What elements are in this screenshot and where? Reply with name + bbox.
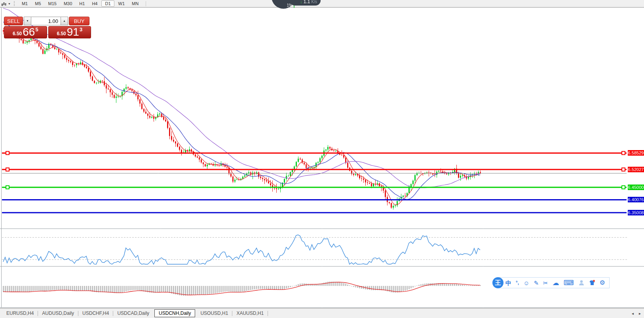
mt4-window: ▼ M1 M5 M15 M30 H1 H4 D1 W1 MN SELL ▾ ▴ … bbox=[0, 0, 644, 318]
sell-price-pip: 5 bbox=[35, 27, 38, 32]
price-label: 6.35008 bbox=[628, 210, 644, 215]
tf-button-d1[interactable]: D1 bbox=[101, 0, 114, 7]
chart-tab-bar: EURUSD,H4 AUDUSD,Daily USDCHF,H4 USDCAD,… bbox=[0, 308, 644, 318]
price-label: 6.52027 bbox=[628, 167, 644, 172]
ime-logo[interactable]: 王 bbox=[492, 277, 503, 288]
download-arrow-icon: ↓ bbox=[300, 0, 302, 4]
punctuation-icon[interactable]: °, bbox=[516, 280, 519, 285]
buy-price-big: 91 bbox=[67, 27, 79, 37]
toolbar-grip bbox=[14, 1, 15, 6]
user-icon[interactable] bbox=[578, 280, 585, 286]
chinese-mode-icon[interactable]: 中 bbox=[505, 280, 511, 286]
net-speed-widget[interactable]: 1% ↓ 1.1 K/s bbox=[272, 0, 323, 10]
sell-price-button[interactable]: 6.50 66 5 bbox=[4, 26, 47, 38]
volume-down-button[interactable]: ▾ bbox=[24, 17, 31, 25]
settings-icon[interactable]: ⚙ bbox=[600, 280, 605, 286]
buy-price-prefix: 6.50 bbox=[57, 31, 66, 36]
handwriting-icon[interactable]: ✎ bbox=[534, 280, 539, 286]
tf-button-m30[interactable]: M30 bbox=[60, 0, 76, 7]
tab-eurusd-h4[interactable]: EURUSD,H4 bbox=[2, 309, 38, 317]
tab-usdcad-daily[interactable]: USDCAD,Daily bbox=[113, 309, 153, 317]
emoji-icon[interactable]: ☺ bbox=[523, 280, 529, 286]
cloud-icon[interactable]: ☁ bbox=[553, 280, 559, 286]
price-label: 6.45000 bbox=[628, 185, 644, 190]
ime-toolbar: 王 中 °, ☺ ✎ ✂ ☁ ⌨ ⚙ bbox=[492, 277, 610, 289]
tf-button-h1[interactable]: H1 bbox=[76, 0, 88, 7]
tab-scroll-right-arrow[interactable]: ▸ bbox=[639, 312, 641, 316]
tab-usdcnh-daily[interactable]: USDCNH,Daily bbox=[154, 309, 195, 317]
tab-usousd-h1[interactable]: USOUSD,H1 bbox=[196, 309, 232, 317]
buy-price-pip: 3 bbox=[80, 27, 82, 32]
keyboard-icon[interactable]: ⌨ bbox=[564, 279, 574, 286]
chart-dropdown-arrow[interactable]: ▼ bbox=[8, 2, 11, 5]
sell-price-prefix: 6.50 bbox=[13, 31, 22, 36]
tf-button-w1[interactable]: W1 bbox=[115, 0, 129, 7]
tab-audusd-daily[interactable]: AUDUSD,Daily bbox=[38, 309, 78, 317]
sell-price-big: 66 bbox=[23, 27, 35, 37]
tab-xauusd-h1[interactable]: XAUUSD,H1 bbox=[232, 309, 268, 317]
price-label: 6.58529 bbox=[628, 150, 644, 156]
tf-button-m15[interactable]: M15 bbox=[45, 0, 60, 7]
sell-button[interactable]: SELL bbox=[4, 17, 23, 25]
price-label: 6.40076 bbox=[628, 197, 644, 202]
tf-button-h4[interactable]: H4 bbox=[88, 0, 101, 7]
toolbar-separator bbox=[146, 1, 146, 6]
tf-button-mn[interactable]: MN bbox=[128, 0, 142, 7]
tf-button-m5[interactable]: M5 bbox=[31, 0, 44, 7]
net-speed-value: 1.1 bbox=[304, 0, 310, 4]
net-speed-pill: ↓ 1.1 K/s bbox=[290, 0, 321, 6]
net-speed-unit: K/s bbox=[312, 0, 317, 4]
tab-usdchf-h4[interactable]: USDCHF,H4 bbox=[78, 309, 113, 317]
chart-canvas[interactable] bbox=[0, 0, 644, 318]
scissors-icon[interactable]: ✂ bbox=[543, 280, 548, 286]
chart-icon[interactable] bbox=[1, 1, 6, 6]
tab-separator bbox=[268, 311, 268, 316]
skin-icon[interactable] bbox=[589, 280, 595, 286]
volume-up-button[interactable]: ▴ bbox=[61, 17, 68, 25]
buy-price-button[interactable]: 6.50 91 3 bbox=[48, 26, 91, 38]
volume-input[interactable] bbox=[31, 17, 61, 25]
one-click-trading-panel: SELL ▾ ▴ BUY 6.50 66 5 6.50 91 3 bbox=[4, 17, 91, 38]
tab-scroll-left-arrow[interactable]: ◂ bbox=[632, 312, 634, 316]
buy-button[interactable]: BUY bbox=[69, 17, 89, 25]
ime-bar: 中 °, ☺ ✎ ✂ ☁ ⌨ ⚙ bbox=[497, 277, 610, 288]
tf-button-m1[interactable]: M1 bbox=[18, 0, 31, 7]
